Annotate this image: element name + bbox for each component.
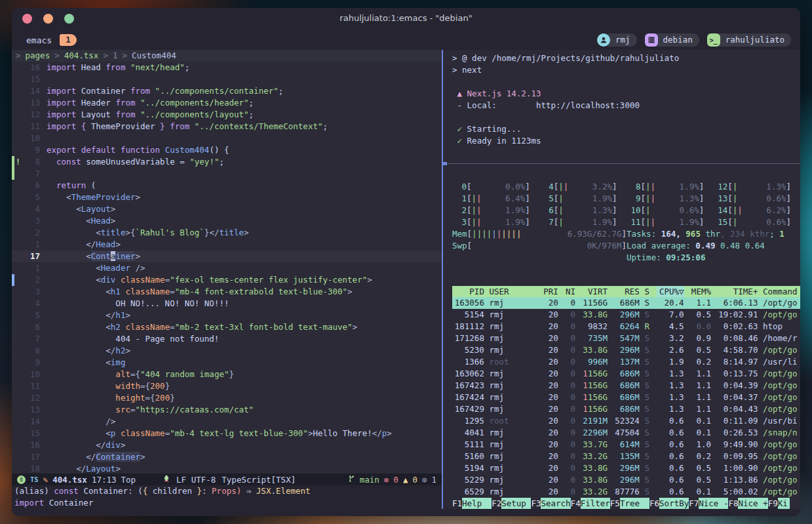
process-row[interactable]: 1366root200996M137MS1.90.28:14.97/usr/li: [452, 356, 800, 368]
code-line: 10: [12, 132, 442, 144]
flycheck-marker: [14, 439, 22, 451]
line-number: 4: [22, 298, 40, 310]
code-line: 13import Header from "../components/head…: [12, 97, 442, 109]
echo-area: (alias) const Container: ({ children }: …: [12, 485, 442, 509]
flycheck-marker: [14, 404, 22, 416]
column-header-res[interactable]: RES: [613, 286, 640, 297]
cpu-meter-8: 8[||1.9%]: [627, 181, 714, 193]
line-number: 6: [22, 180, 40, 191]
code-text: [40, 168, 47, 180]
cpu-meter-9: 9[||1.3%]: [627, 193, 714, 205]
code-text: />: [40, 416, 115, 428]
htop-pane[interactable]: 0[0.0%]4[||3.2%]8[||1.9%]12[|1.3%]1[||6.…: [443, 164, 800, 509]
process-row[interactable]: 171268rmj200735M547MS3.20.90:08.46/home/…: [452, 333, 800, 344]
process-row[interactable]: 5194rmj20033.8G296MS0.60.51:00.90/opt/go: [452, 462, 800, 474]
line-number: 15: [22, 428, 40, 439]
scroll-position: Top: [121, 475, 136, 485]
column-header-time[interactable]: TIME+: [716, 286, 758, 297]
cpu-meter-0: 0[0.0%]: [452, 181, 539, 193]
fkey-f3[interactable]: F3Search: [531, 498, 570, 509]
flycheck-marker: [14, 239, 22, 251]
column-header-ni[interactable]: NI: [563, 286, 575, 297]
line-number: 10: [22, 132, 40, 144]
code-text: alt={"404 random image"}: [40, 369, 234, 380]
line-number: 12: [22, 392, 40, 404]
terminal-line: ✓ Ready in 1123ms: [452, 135, 800, 147]
tmux-window-index[interactable]: 1: [60, 34, 77, 46]
flycheck-marker: [14, 298, 22, 310]
flycheck-marker: [14, 73, 22, 85]
process-row[interactable]: 5154rmj20033.8G296MS7.00.519:02.91/opt/g…: [452, 309, 800, 321]
flycheck-marker: !: [14, 156, 22, 168]
process-row[interactable]: 167429rmj2001156G686MS1.31.10:04.43/opt/…: [452, 403, 800, 415]
line-number: 5: [22, 191, 40, 203]
fkey-f8[interactable]: F8Nice +: [728, 498, 767, 509]
code-text: </h2>: [40, 345, 130, 357]
terminal-line: - Local: http://localhost:3000: [452, 100, 800, 111]
column-header-user[interactable]: USER: [489, 286, 535, 297]
process-row[interactable]: 167423rmj2001156G686MS1.31.10:04.39/opt/…: [452, 380, 800, 392]
swap-meter: Swp[ 0K/976M ]: [452, 240, 627, 252]
terminal-line: [452, 76, 800, 88]
column-header-cpu[interactable]: CPU%▽: [657, 286, 684, 297]
process-row[interactable]: 167424rmj2001156G686MS1.31.10:04.37/opt/…: [452, 392, 800, 403]
fkey-f5[interactable]: F5Tree: [610, 498, 649, 509]
error-count: 0: [393, 475, 398, 485]
fkey-f4[interactable]: F4Filter: [571, 498, 610, 509]
flycheck-marker: [14, 274, 22, 286]
column-header-pid[interactable]: PID: [452, 286, 484, 297]
process-row-selected[interactable]: 163056rmj2001156G686MS20.41.16:06.13/opt…: [452, 297, 800, 309]
process-row[interactable]: 5111rmj20033.7G614MS0.61.09:49.90/opt/go: [452, 439, 800, 451]
column-header-s[interactable]: S: [644, 286, 651, 297]
process-row[interactable]: 5160rmj20033.2G135MS0.60.20:09.95/opt/go: [452, 451, 800, 462]
process-row[interactable]: 4041rmj2002296M47504S0.60.10:26.53/snap/…: [452, 427, 800, 439]
flycheck-marker: [14, 251, 22, 262]
status-badge: rmj: [597, 33, 637, 47]
flycheck-marker: [14, 451, 22, 463]
column-header-pri[interactable]: PRI: [541, 286, 558, 297]
column-header-virt[interactable]: VIRT: [581, 286, 608, 297]
column-header-command[interactable]: Command: [763, 286, 800, 297]
process-row[interactable]: 5229rmj20033.8G296MS0.60.51:13.86/opt/go: [452, 474, 800, 486]
code-text: export default function Custom404() {: [40, 144, 229, 156]
fkey-f1[interactable]: F1Help: [452, 498, 492, 509]
code-text: <div className="fex-ol tems-center flex …: [40, 274, 372, 286]
breadcrumb-item: 1: [113, 50, 118, 62]
line-number: 11: [22, 380, 40, 392]
process-row[interactable]: 181112rmj20098326264R4.50.00:02.63htop: [452, 321, 800, 333]
code-line: 4 OH NO!... NO! NO! NO!!!: [12, 298, 442, 310]
code-line: 10 alt={"404 random image"}: [12, 369, 442, 380]
line-number: 17: [22, 451, 40, 463]
load-average: Load average: 0.49 0.48 0.64: [627, 240, 765, 252]
dev-server-output[interactable]: > @ dev /home/rmj/Projects/github/rahulj…: [443, 50, 800, 163]
code-line: 7: [12, 168, 442, 180]
fkey-f9[interactable]: F9Ki: [768, 498, 790, 509]
code-area[interactable]: 16import Head from "next/head";1514impor…: [12, 62, 442, 474]
fkey-f7[interactable]: F7Nice -: [689, 498, 728, 509]
editor-pane[interactable]: >pages>404.tsx>1>Custom404 16import Head…: [12, 50, 442, 509]
code-line: 1 <Header />: [12, 262, 442, 274]
process-row[interactable]: 5230rmj20033.8G296MS2.60.54:58.70/opt/go: [452, 344, 800, 356]
process-row[interactable]: 163062rmj2001156G686MS1.31.10:13.75/opt/…: [452, 368, 800, 380]
tmux-status-bar: emacs 1 rmjdebian>_rahuljuliato: [12, 30, 800, 50]
flycheck-marker: [14, 62, 22, 73]
code-line: 3 <Head>: [12, 215, 442, 227]
fkey-f6[interactable]: F6SortBy: [649, 498, 689, 509]
code-text: <p className="mb-4 text-lg text-blue-300…: [40, 428, 392, 439]
pane-divider-horizontal[interactable]: [443, 163, 800, 164]
code-line: 12 height={200}: [12, 392, 442, 404]
line-number: 3: [22, 215, 40, 227]
cpu-meter-5: 5[|1.9%]: [539, 193, 627, 205]
process-table-header[interactable]: PIDUSERPRINIVIRTRESSCPU%▽MEM%TIME+Comman…: [452, 286, 800, 297]
code-line: 15 <p className="mb-4 text-lg text-blue-…: [12, 428, 442, 439]
breadcrumb-item: 404.tsx: [64, 50, 99, 62]
terminal-icon: >_: [707, 33, 720, 47]
eol-encoding: LF UTF-8: [176, 475, 216, 485]
fkey-f2[interactable]: F2Setup: [492, 498, 531, 509]
line-number: 8: [22, 345, 40, 357]
process-row[interactable]: 1295root2002191M52324S0.60.10:11.09/usr/…: [452, 415, 800, 427]
process-row[interactable]: 6529rmj20033.2G87776S0.60.15:00.02/opt/g…: [452, 486, 800, 498]
code-line: 11import { ThemeProvider } from "../cont…: [12, 121, 442, 132]
lsp-rocket-icon: [163, 475, 170, 485]
column-header-mem[interactable]: MEM%: [689, 286, 711, 297]
